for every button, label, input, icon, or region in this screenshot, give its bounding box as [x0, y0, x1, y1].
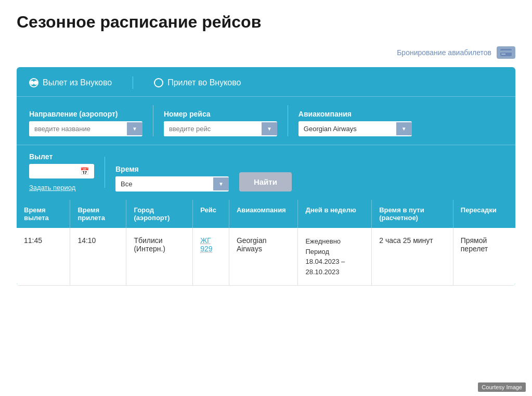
- radio-arrival[interactable]: Прилет во Внуково: [154, 78, 241, 87]
- col-transfers: Пересадки: [453, 200, 515, 228]
- flight-group: Номер рейса ▼: [164, 110, 277, 136]
- table-header-row: Время вылета Время прилета Город (аэропо…: [17, 200, 515, 228]
- col-arrival-time: Время прилета: [70, 200, 126, 228]
- filter-row: Направление (аэропорт) ▼ Номер рейса ▼ А…: [17, 97, 515, 145]
- svg-rect-1: [500, 50, 512, 53]
- flight-label: Номер рейса: [164, 110, 277, 118]
- airline-arrow-icon: ▼: [401, 126, 407, 132]
- time-dropdown-btn[interactable]: ▼: [213, 177, 229, 190]
- cell-duration: 2 часа 25 минут: [372, 228, 453, 286]
- direction-group: Направление (аэропорт) ▼: [29, 110, 142, 136]
- time-arrow-icon: ▼: [218, 181, 224, 187]
- col-city: Город (аэропорт): [126, 200, 193, 228]
- table-row: 11:45 14:10 Тбилиси (Интерн.) ЖГ 929 Geo…: [17, 228, 515, 286]
- date-input[interactable]: [34, 168, 76, 175]
- cell-arrival-time: 14:10: [70, 228, 126, 286]
- flight-dropdown-btn[interactable]: ▼: [262, 122, 277, 135]
- calendar-icon: 📅: [80, 167, 89, 175]
- radio-departure[interactable]: Вылет из Внуково: [29, 78, 112, 87]
- airline-dropdown-btn[interactable]: ▼: [396, 122, 412, 135]
- date-input-wrap[interactable]: 📅: [29, 164, 94, 178]
- results-table: Время вылета Время прилета Город (аэропо…: [17, 200, 515, 286]
- search-button[interactable]: Найти: [239, 172, 292, 191]
- set-period-link[interactable]: Задать период: [29, 184, 94, 191]
- cell-transfers: Прямой перелет: [453, 228, 515, 286]
- page-title: Сезонное расписание рейсов: [17, 12, 515, 32]
- schedule-period-label: Период: [305, 247, 364, 257]
- time-input[interactable]: [115, 176, 213, 191]
- direction-label: Направление (аэропорт): [29, 110, 142, 118]
- filter-divider-2: [288, 105, 288, 136]
- time-label: Время: [115, 165, 229, 173]
- schedule-info: Ежедневно Период 18.04.2023 – 28.10.2023: [305, 236, 364, 277]
- booking-link[interactable]: Бронирование авиабилетов: [397, 48, 491, 57]
- direction-dropdown-btn[interactable]: ▼: [127, 122, 142, 135]
- radio-arrival-label: Прилет во Внуково: [167, 78, 241, 87]
- schedule-period-dates: 18.04.2023 – 28.10.2023: [305, 257, 364, 277]
- departure-date-label: Вылет: [29, 152, 94, 161]
- direction-arrow-icon: ▼: [132, 126, 137, 132]
- radio-row: Вылет из Внуково Прилет во Внуково: [17, 67, 515, 97]
- cell-flight[interactable]: ЖГ 929: [193, 228, 229, 286]
- col-airline: Авиакомпания: [229, 200, 298, 228]
- airline-label: Авиакомпания: [299, 110, 412, 118]
- date-group: Вылет 📅 Задать период: [29, 152, 94, 191]
- svg-rect-2: [501, 54, 505, 55]
- cell-airline: Georgian Airways: [229, 228, 298, 286]
- airline-dropdown[interactable]: ▼: [299, 121, 412, 136]
- airline-group: Авиакомпания ▼: [299, 110, 412, 136]
- radio-departure-label: Вылет из Внуково: [43, 78, 112, 87]
- booking-link-row: Бронирование авиабилетов: [17, 46, 515, 59]
- flight-input[interactable]: [164, 121, 262, 136]
- date-divider: [105, 157, 105, 188]
- main-panel: Вылет из Внуково Прилет во Внуково Напра…: [17, 67, 515, 286]
- airline-input[interactable]: [299, 121, 396, 136]
- cell-city: Тбилиси (Интерн.): [126, 228, 193, 286]
- col-departure-time: Время вылета: [17, 200, 70, 228]
- radio-divider: [133, 76, 133, 89]
- direction-input[interactable]: [29, 121, 127, 136]
- radio-departure-circle: [29, 78, 38, 87]
- flight-dropdown[interactable]: ▼: [164, 121, 277, 136]
- col-days: Дней в неделю: [298, 200, 372, 228]
- col-flight: Рейс: [193, 200, 229, 228]
- time-group: Время ▼: [115, 165, 229, 191]
- cell-departure-time: 11:45: [17, 228, 70, 286]
- schedule-frequency: Ежедневно: [305, 236, 364, 247]
- cell-days: Ежедневно Период 18.04.2023 – 28.10.2023: [298, 228, 372, 286]
- flight-number-link[interactable]: ЖГ 929: [200, 236, 212, 253]
- filter-divider-1: [153, 105, 153, 136]
- col-duration: Время в пути (расчетное): [372, 200, 453, 228]
- date-row: Вылет 📅 Задать период Время ▼ Найти: [17, 145, 515, 200]
- radio-arrival-circle: [154, 78, 163, 87]
- time-dropdown[interactable]: ▼: [115, 176, 229, 191]
- flight-arrow-icon: ▼: [267, 126, 272, 132]
- booking-icon: [497, 46, 515, 59]
- direction-dropdown[interactable]: ▼: [29, 121, 142, 136]
